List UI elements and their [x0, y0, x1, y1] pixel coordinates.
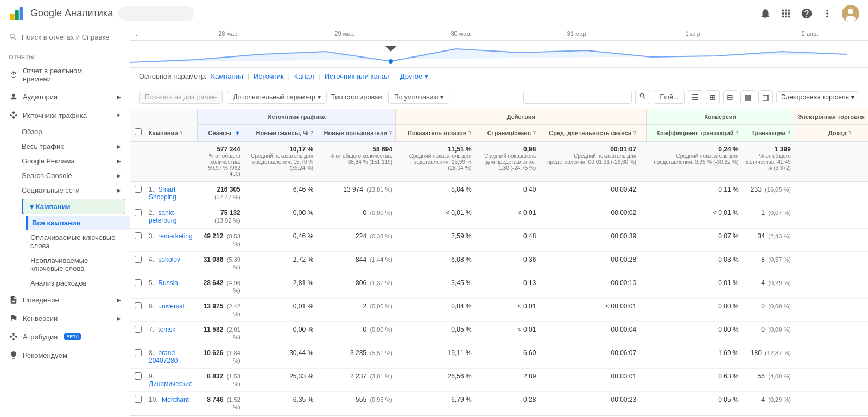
row-revenue-8	[794, 369, 855, 392]
secondary-toolbar: Показать на диаграмме Дополнительный пар…	[130, 85, 868, 109]
sidebar-item-cost-analysis[interactable]: Анализ расходов	[26, 276, 130, 290]
row-conv-rate-8: 0,63 %	[647, 369, 742, 392]
conversion-selector[interactable]: Электронная торговля ▾	[776, 91, 859, 103]
sidebar-item-behavior[interactable]: Поведение ▶	[0, 290, 130, 309]
row-campaign-link-6[interactable]: tomsk	[158, 326, 175, 333]
more-btn[interactable]: Ещё...	[654, 91, 685, 104]
param-channel[interactable]: Канал	[294, 72, 314, 80]
row-blank1-2	[639, 229, 647, 252]
sidebar-item-traffic[interactable]: Источники трафика ▼	[0, 106, 130, 124]
sidebar-item-all-traffic[interactable]: Весь трафик ▶	[17, 139, 130, 154]
row-select-2[interactable]	[135, 232, 142, 239]
row-select-9[interactable]	[135, 396, 142, 403]
param-source-channel[interactable]: Источник или канал	[325, 72, 390, 80]
new-users-help: ?	[389, 130, 392, 136]
table-search-input[interactable]	[523, 91, 632, 104]
row-select-4[interactable]	[135, 279, 142, 286]
sidebar-item-overview[interactable]: Обзор	[17, 124, 130, 139]
account-selector[interactable]	[118, 6, 194, 21]
row-campaign-link-2[interactable]: remarketing	[158, 232, 192, 240]
app-name: Google Аналитика	[30, 8, 113, 19]
avatar[interactable]	[842, 5, 859, 22]
param-campaign[interactable]: Кампания	[211, 72, 243, 80]
sidebar-item-unpaid-keywords[interactable]: Неоплачиваемые ключевые слова	[26, 253, 130, 276]
search-console-expand-icon: ▶	[117, 173, 121, 179]
sidebar-item-realtime[interactable]: ⏱ Отчет в реальномвремени	[0, 62, 130, 87]
traffic-icon	[9, 110, 18, 120]
more-icon[interactable]	[821, 8, 833, 20]
row-blank1-6	[639, 322, 647, 345]
sidebar-item-recommendations[interactable]: Рекомендуем	[0, 346, 130, 364]
row-blank1-4	[639, 275, 647, 299]
add-param-btn[interactable]: Дополнительный параметр ▾	[227, 91, 327, 104]
row-blank1-3	[639, 252, 647, 275]
row-select-0[interactable]	[135, 186, 142, 193]
chart-tooltip-arrow	[385, 46, 396, 52]
view-chart2-icon[interactable]: ▥	[758, 90, 773, 104]
summary-blank2	[855, 141, 868, 181]
sidebar-item-google-ads[interactable]: Google Реклама ▶	[17, 154, 130, 168]
row-campaign-link-8[interactable]: Динамические	[149, 380, 193, 388]
row-select-8[interactable]	[135, 372, 142, 380]
table-row: 4. sokolov 31 086 (5,39 %) 2,72 % 844 (1…	[130, 252, 868, 275]
sidebar-item-audience[interactable]: Аудитория ▶	[0, 87, 130, 106]
row-duration-8: 00:03:01	[539, 369, 639, 392]
show-chart-btn[interactable]: Показать на диаграмме	[139, 91, 223, 104]
row-pages-9: 0,28	[475, 392, 540, 415]
transactions-help: ?	[787, 130, 790, 136]
row-revenue-1	[794, 205, 855, 229]
row-campaign-link-9[interactable]: Merchant	[162, 396, 189, 403]
chart-area	[130, 41, 868, 68]
sidebar-item-attribution[interactable]: Атрибуция BETA	[0, 327, 130, 346]
row-num-6: 7.	[149, 326, 154, 333]
view-compare-icon[interactable]: ⊞	[706, 90, 720, 104]
chart-label-mar29: 29 мар.	[287, 30, 403, 37]
row-num-name-5: 6. universal	[145, 299, 197, 322]
beta-badge: BETA	[64, 333, 81, 340]
bell-icon[interactable]	[759, 8, 771, 20]
param-other[interactable]: Другое ▾	[400, 72, 428, 80]
param-source[interactable]: Источник	[254, 72, 284, 80]
sidebar-item-conversions[interactable]: Конверсии ▶	[0, 309, 130, 327]
row-campaign-link-3[interactable]: sokolov	[158, 256, 180, 263]
row-select-1[interactable]	[135, 209, 142, 216]
view-chart1-icon[interactable]: ▤	[740, 90, 755, 104]
app-layout: ОТЧЕТЫ ⏱ Отчет в реальномвремени Аудитор…	[0, 27, 868, 417]
row-num-name-7: 8. brand-20407280	[145, 345, 197, 369]
row-duration-1: 00:00:02	[539, 205, 639, 229]
view-table-icon[interactable]: ☰	[688, 90, 702, 104]
table-search-btn[interactable]	[635, 90, 650, 104]
summary-label-cell	[145, 141, 197, 181]
row-num-3: 4.	[149, 256, 154, 263]
sidebar-item-search-console[interactable]: Search Console ▶	[17, 168, 130, 183]
row-campaign-link-4[interactable]: Russia	[158, 279, 178, 287]
search-input[interactable]	[22, 33, 121, 41]
row-campaign-link-5[interactable]: universal	[158, 302, 184, 310]
row-select-3[interactable]	[135, 256, 142, 263]
row-num-name-0: 1. Smart Shopping	[145, 181, 197, 205]
row-bounce-9: 6,79 %	[396, 392, 475, 415]
sidebar-item-all-campaigns[interactable]: Все кампании	[26, 216, 130, 230]
header-campaign: Кампания ?	[145, 109, 197, 141]
header-conv-rate: Коэффициент транзакций ?	[647, 125, 742, 141]
sort-btn[interactable]: По умолчанию ▾	[388, 91, 449, 104]
row-select-7[interactable]	[135, 349, 142, 356]
row-num-name-3: 4. sokolov	[145, 252, 197, 275]
svg-point-5	[846, 16, 856, 22]
svg-rect-2	[20, 7, 24, 20]
row-select-5[interactable]	[135, 302, 142, 309]
help-icon[interactable]	[801, 8, 813, 20]
sidebar-item-paid-keywords[interactable]: Оплачиваемые ключевые слова	[26, 230, 130, 253]
campaign-help-icon[interactable]: ?	[180, 130, 183, 136]
view-pivot-icon[interactable]: ⊟	[723, 90, 737, 104]
row-select-6[interactable]	[135, 326, 142, 333]
header-sessions: Сеансы ▼	[197, 125, 244, 141]
sessions-sort-icon: ▼	[235, 130, 240, 136]
select-all-checkbox[interactable]	[135, 128, 142, 135]
sidebar-item-social[interactable]: Социальные сети ▶	[17, 183, 130, 198]
grid-icon[interactable]	[780, 8, 792, 20]
row-transactions-5: 0 (0,00 %)	[742, 299, 794, 322]
row-blank2-8	[855, 369, 868, 392]
row-bounce-1: < 0,01 %	[396, 205, 475, 229]
sidebar-item-campaigns[interactable]: ▾ Кампании	[22, 199, 125, 214]
